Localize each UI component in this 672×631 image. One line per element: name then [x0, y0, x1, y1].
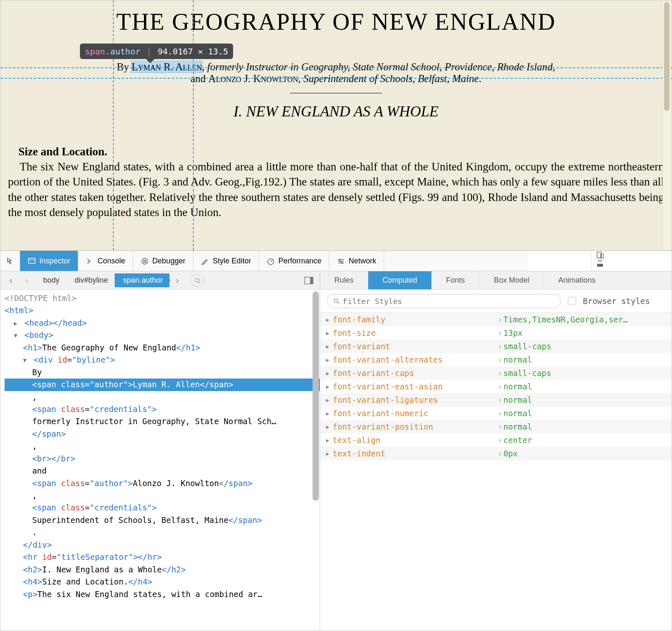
breadcrumb-prev[interactable]: ‹	[3, 274, 19, 287]
tab-label: Style Editor	[213, 257, 251, 265]
byline-by: By	[117, 61, 131, 72]
computed-row[interactable]: ▶font-variant›small-caps	[320, 340, 672, 353]
title-separator	[290, 93, 382, 93]
svg-rect-9	[597, 267, 603, 270]
svg-rect-4	[145, 260, 146, 263]
collapse-toggle[interactable]: ▼	[14, 331, 20, 340]
breadcrumb-next[interactable]: ›	[169, 274, 185, 287]
comma: ,	[202, 61, 208, 72]
tab-animations[interactable]: Animations	[544, 271, 610, 289]
devtools: Inspector Console Debugger Style Editor …	[0, 250, 672, 631]
tab-label: Network	[349, 257, 376, 265]
page-scrollbar[interactable]	[662, 1, 671, 250]
computed-styles-list: ▶font-family›Times,TimesNR,Georgia,ser… …	[320, 313, 672, 631]
guide-line	[0, 67, 672, 68]
tab-label: Performance	[278, 257, 321, 265]
byline: By Lyman R. Allen, formerly Instructor i…	[8, 61, 664, 85]
pick-element-button[interactable]	[0, 251, 20, 271]
tab-computed[interactable]: Computed	[368, 271, 432, 289]
browser-styles-label: Browser styles	[583, 296, 650, 306]
breadcrumb-item[interactable]: body	[35, 273, 66, 287]
tab-fonts[interactable]: Fonts	[432, 271, 480, 289]
dom-node-selected[interactable]: <span class="author">Lyman R. Allen</spa…	[5, 379, 320, 391]
tooltip-class: .author	[105, 46, 140, 57]
svg-rect-7	[600, 254, 603, 258]
page-content: THE GEOGRAPHY OF NEW ENGLAND By Lyman R.…	[0, 0, 672, 250]
computed-row[interactable]: ▶font-variant-alternates›normal	[320, 353, 672, 366]
breadcrumb-item[interactable]: div#byline	[66, 273, 115, 287]
computed-row[interactable]: ▶font-variant-numeric›normal	[320, 407, 672, 420]
filter-styles-input[interactable]	[327, 294, 561, 308]
computed-row[interactable]: ▶font-size›13px	[320, 326, 672, 340]
computed-row[interactable]: ▶font-variant-ligatures›normal	[320, 393, 672, 407]
svg-rect-18	[310, 277, 313, 284]
subsection-heading: Size and Location.	[18, 145, 664, 158]
tab-style-editor[interactable]: Style Editor	[193, 251, 259, 271]
guide-line	[0, 78, 672, 79]
tab-label: Inspector	[39, 257, 70, 265]
dom-node[interactable]: <!DOCTYPE html>	[5, 294, 77, 303]
section-heading: I. NEW ENGLAND AS A WHOLE	[8, 103, 664, 120]
breadcrumb-item-selected[interactable]: span.author	[115, 273, 169, 287]
dom-tree[interactable]: <!DOCTYPE html> <html> ▶ <head></head> ▼…	[0, 290, 320, 631]
computed-row[interactable]: ▶font-variant-position›normal	[320, 420, 672, 433]
inspector-tooltip: span.author | 94.0167 × 13.5	[80, 44, 233, 59]
tooltip-tag: span	[85, 46, 105, 57]
body-paragraph: The six New England states, with a combi…	[8, 159, 664, 220]
tab-debugger[interactable]: Debugger	[133, 251, 193, 271]
devtools-toolbar: Inspector Console Debugger Style Editor …	[0, 251, 672, 271]
svg-point-2	[142, 258, 148, 264]
collapse-toggle[interactable]: ▼	[23, 356, 29, 365]
dom-search-button[interactable]	[190, 274, 205, 287]
tab-performance[interactable]: Performance	[259, 251, 329, 271]
breadcrumb: ‹ › body div#byline span.author ›	[0, 271, 320, 290]
responsive-mode-button[interactable]	[591, 251, 608, 259]
tab-box-model[interactable]: Box Model	[480, 271, 544, 289]
filter-input[interactable]	[343, 297, 555, 306]
computed-row[interactable]: ▶text-indent›0px	[320, 447, 672, 460]
page-title: THE GEOGRAPHY OF NEW ENGLAND	[8, 8, 664, 35]
computed-row[interactable]: ▶text-align›center	[320, 433, 672, 447]
guide-line	[113, 0, 114, 250]
svg-rect-3	[144, 260, 144, 263]
split-console-button[interactable]	[591, 263, 608, 271]
tab-network[interactable]: Network	[329, 251, 384, 271]
computed-row[interactable]: ▶font-variant-caps›small-caps	[320, 366, 672, 380]
tab-console[interactable]: Console	[78, 251, 133, 271]
sidebar-tabs: Rules Computed Fonts Box Model Animation…	[320, 271, 672, 290]
computed-row[interactable]: ▶font-family›Times,TimesNR,Georgia,ser…	[320, 313, 672, 326]
expand-toggle[interactable]: ▶	[14, 319, 20, 328]
tooltip-dims: 94.0167 × 13.5	[158, 46, 228, 57]
browser-styles-checkbox[interactable]	[568, 297, 576, 305]
tab-label: Debugger	[152, 257, 185, 265]
svg-rect-0	[28, 258, 35, 263]
tab-inspector[interactable]: Inspector	[20, 251, 78, 271]
tab-rules[interactable]: Rules	[320, 271, 368, 289]
tab-label: Console	[97, 257, 125, 265]
svg-point-16	[195, 278, 199, 282]
author-1: Lyman R. Allen	[131, 61, 202, 72]
toggle-panel-button[interactable]	[300, 274, 317, 287]
svg-point-19	[334, 299, 338, 303]
guide-line	[193, 0, 194, 250]
frame-select-button[interactable]	[591, 259, 608, 263]
dom-scrollbar[interactable]	[313, 291, 319, 501]
comma: ,	[553, 61, 555, 72]
computed-row[interactable]: ▶font-variant-east-asian›normal	[320, 380, 672, 393]
breadcrumb-next[interactable]: ›	[19, 274, 35, 287]
search-icon	[333, 298, 340, 304]
credentials-1: formerly Instructor in Geography, State …	[207, 61, 552, 72]
